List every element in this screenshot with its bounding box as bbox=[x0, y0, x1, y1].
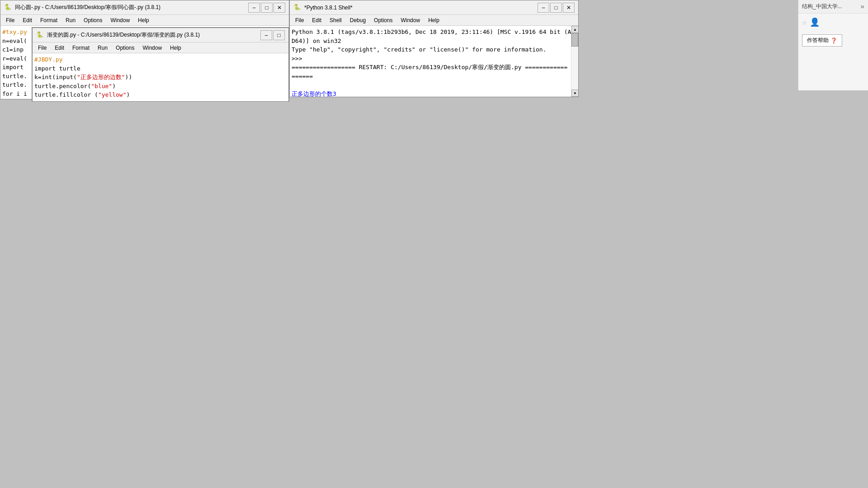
editor2-restore[interactable]: □ bbox=[273, 30, 285, 40]
shell-menu-debug[interactable]: Debug bbox=[346, 16, 369, 24]
editor2-window: 🐍 渐变的圆.py - C:/Users/86139/Desktop/寒假/渐变… bbox=[32, 27, 289, 102]
shell-line-1: Python 3.8.1 (tags/v3.8.1:1b293b6, Dec 1… bbox=[292, 28, 569, 37]
editor1-maximize[interactable]: □ bbox=[261, 3, 273, 13]
shell-line-2: D64)] on win32 bbox=[292, 37, 569, 46]
shell-close[interactable]: ✕ bbox=[563, 3, 575, 13]
editor2-menubar: File Edit Format Run Options Window Help bbox=[33, 42, 288, 53]
shell-window: 🐍 *Python 3.8.1 Shell* – □ ✕ File Edit S… bbox=[289, 0, 579, 97]
editor1-menu-run[interactable]: Run bbox=[62, 16, 79, 24]
editor2-menu-edit[interactable]: Edit bbox=[51, 44, 68, 52]
shell-menu-options[interactable]: Options bbox=[370, 16, 396, 24]
shell-titlebar[interactable]: 🐍 *Python 3.8.1 Shell* – □ ✕ bbox=[290, 0, 578, 15]
shell-maximize[interactable]: □ bbox=[550, 3, 562, 13]
shell-title: *Python 3.8.1 Shell* bbox=[304, 5, 535, 11]
editor2-titlebar[interactable]: 🐍 渐变的圆.py - C:/Users/86139/Desktop/寒假/渐变… bbox=[33, 28, 288, 42]
editor1-titlebar[interactable]: 🐍 同心圆-.py - C:/Users/86139/Desktop/寒假/同心… bbox=[0, 0, 289, 15]
help-icon: ❓ bbox=[830, 38, 837, 44]
editor2-title: 渐变的圆.py - C:/Users/86139/Desktop/寒假/渐变的圆… bbox=[47, 31, 258, 39]
shell-menu-help[interactable]: Help bbox=[425, 16, 443, 24]
shell-menu-file[interactable]: File bbox=[292, 16, 307, 24]
shell-output[interactable]: Python 3.8.1 (tags/v3.8.1:1b293b6, Dec 1… bbox=[290, 26, 571, 97]
code-line-5: turtle.fillcolor ("yellow") bbox=[34, 90, 287, 99]
right-panel: 结构_中国大学... » ☆ 👤 作答帮助 ❓ bbox=[798, 0, 868, 90]
star-icon[interactable]: ☆ bbox=[802, 17, 807, 27]
editor2-menu-options[interactable]: Options bbox=[112, 44, 138, 52]
shell-menubar: File Edit Shell Debug Options Window Hel… bbox=[290, 15, 578, 26]
shell-line-5: ================== RESTART: C:/Users/861… bbox=[292, 63, 569, 72]
shell-link-output[interactable]: 正多边形的个数3 bbox=[292, 90, 336, 97]
editor1-title: 同心圆-.py - C:/Users/86139/Desktop/寒假/同心圆-… bbox=[15, 4, 245, 11]
editor2-icon: 🐍 bbox=[36, 31, 44, 39]
shell-menu-window[interactable]: Window bbox=[397, 16, 424, 24]
shell-line-3: Type "help", "copyright", "credits" or "… bbox=[292, 45, 569, 54]
editor1-menu-file[interactable]: File bbox=[2, 16, 18, 24]
help-button[interactable]: 作答帮助 ❓ bbox=[802, 34, 842, 47]
editor1-icon: 🐍 bbox=[4, 4, 12, 12]
editor2-menu-window[interactable]: Window bbox=[139, 44, 165, 52]
code-line-4: turtle.pencolor("blue") bbox=[34, 82, 287, 91]
scroll-track bbox=[571, 33, 578, 89]
shell-icon: 🐍 bbox=[293, 4, 302, 12]
shell-line-blank1 bbox=[292, 80, 569, 89]
editor2-minimize[interactable]: – bbox=[260, 30, 272, 40]
help-label: 作答帮助 bbox=[807, 37, 829, 44]
editor1-menubar: File Edit Format Run Options Window Help bbox=[0, 15, 289, 26]
code-line-1: #JBDY.py bbox=[34, 55, 287, 64]
editor1-menu-edit[interactable]: Edit bbox=[19, 16, 36, 24]
user-icon[interactable]: 👤 bbox=[810, 17, 820, 27]
editor1-menu-options[interactable]: Options bbox=[80, 16, 106, 24]
shell-scrollbar[interactable]: ▲ ▼ bbox=[571, 26, 578, 97]
scroll-thumb[interactable] bbox=[571, 33, 578, 47]
editor2-content[interactable]: #JBDY.py import turtle k=int(input("正多边形… bbox=[33, 53, 288, 101]
scroll-down-btn[interactable]: ▼ bbox=[571, 89, 578, 97]
editor1-menu-format[interactable]: Format bbox=[37, 16, 61, 24]
code-line-3: k=int(input("正多边形的边数")) bbox=[34, 73, 287, 82]
editor1-menu-window[interactable]: Window bbox=[107, 16, 133, 24]
shell-menu-shell[interactable]: Shell bbox=[326, 16, 345, 24]
right-panel-item-label[interactable]: 结构_中国大学... bbox=[802, 3, 861, 10]
right-panel-expand-icon[interactable]: » bbox=[861, 3, 864, 10]
editor2-menu-help[interactable]: Help bbox=[166, 44, 185, 52]
editor1-close[interactable]: ✕ bbox=[274, 3, 285, 13]
code-line-2: import turtle bbox=[34, 64, 287, 73]
shell-menu-edit[interactable]: Edit bbox=[308, 16, 325, 24]
shell-line-4: >>> bbox=[292, 54, 569, 63]
editor2-menu-format[interactable]: Format bbox=[69, 44, 93, 52]
editor2-menu-file[interactable]: File bbox=[34, 44, 50, 52]
shell-line-6: ====== bbox=[292, 72, 569, 81]
shell-line-output: 正多边形的个数3 bbox=[292, 89, 569, 97]
shell-minimize[interactable]: – bbox=[538, 3, 549, 13]
editor1-menu-help[interactable]: Help bbox=[134, 16, 153, 24]
editor1-minimize[interactable]: – bbox=[248, 3, 260, 13]
scroll-up-btn[interactable]: ▲ bbox=[571, 26, 578, 33]
editor2-menu-run[interactable]: Run bbox=[94, 44, 111, 52]
